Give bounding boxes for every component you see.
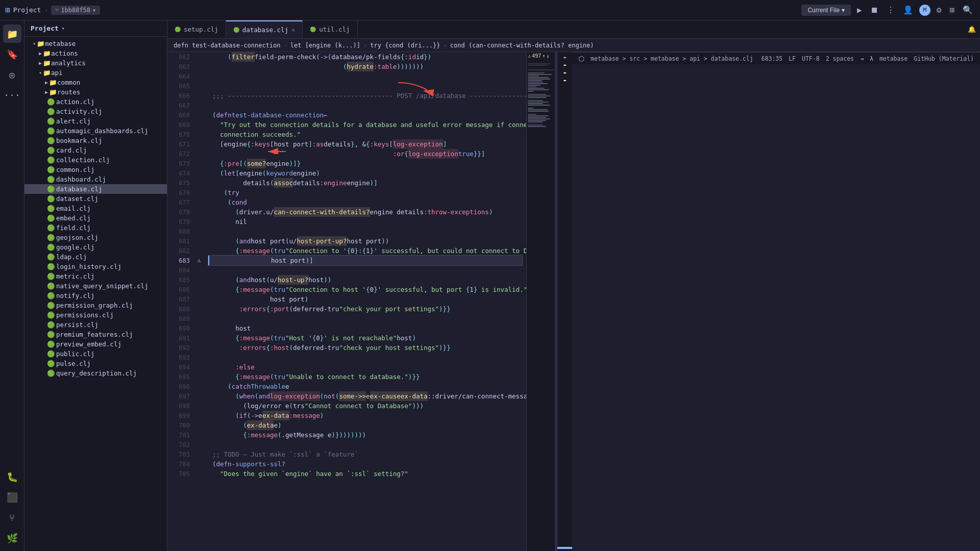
line-num-685: 685 xyxy=(167,275,194,285)
sidebar-item-email-clj[interactable]: 🟢 email.clj xyxy=(24,204,167,213)
sidebar-item-dashboard-clj[interactable]: 🟢 dashboard.clj xyxy=(24,174,167,184)
sidebar-item-public-clj[interactable]: 🟢 public.clj xyxy=(24,349,167,359)
line-num-674: 674 xyxy=(167,168,194,178)
sidebar-item-permissions-clj[interactable]: 🟢 permissions.clj xyxy=(24,310,167,320)
sidebar-item-ldap-clj[interactable]: 🟢 ldap.clj xyxy=(24,252,167,262)
sidebar-item-notify-clj[interactable]: 🟢 notify.clj xyxy=(24,291,167,300)
sidebar-item-native-query-clj[interactable]: 🟢 native_query_snippet.clj xyxy=(24,281,167,291)
extensions-icon[interactable]: ⊞ xyxy=(947,5,957,15)
terminal-icon[interactable]: ⬛ xyxy=(3,488,21,506)
sidebar-item-geojson-clj[interactable]: 🟢 geojson.clj xyxy=(24,233,167,242)
line-num-703: 703 xyxy=(167,449,194,459)
sidebar-item-persist-clj[interactable]: 🟢 persist.clj xyxy=(24,320,167,330)
routes-label: routes xyxy=(57,88,80,96)
user-icon[interactable]: 👤 xyxy=(901,5,915,15)
sidebar-item-collection-clj[interactable]: 🟢 collection.clj xyxy=(24,155,167,165)
top-bar: ⊞ Project › ⑂ 1bb88f58 ▾ Current File ▾ … xyxy=(0,0,980,20)
sidebar-item-premium-features-clj[interactable]: 🟢 premium_features.clj xyxy=(24,330,167,339)
branch-icon[interactable]: 🌿 xyxy=(3,529,21,547)
sidebar-item-preview-embed-clj[interactable]: 🟢 preview_embed.clj xyxy=(24,339,167,349)
sidebar-item-google-clj[interactable]: 🟢 google.clj xyxy=(24,242,167,252)
minimap: ⚠ 497 ↑ ↓ xyxy=(526,52,557,551)
gutter-678 xyxy=(194,207,204,217)
sidebar-item-card-clj[interactable]: 🟢 card.clj xyxy=(24,145,167,155)
gutter-699 xyxy=(194,411,204,420)
avatar-icon[interactable]: M xyxy=(919,5,930,16)
tab-util-clj[interactable]: 🟢 util.clj xyxy=(303,20,357,38)
project-label[interactable]: Project xyxy=(13,6,41,14)
notifications-icon[interactable]: 🔔 xyxy=(964,26,980,33)
code-line-674: (let [engine (keyword engine) xyxy=(208,168,522,178)
line-num-690: 690 xyxy=(167,323,194,333)
github-status[interactable]: GitHub (Material) xyxy=(914,55,974,62)
warning-marker-3: ▬ xyxy=(562,77,567,84)
sidebar-item-analytics[interactable]: ▶ 📁 analytics xyxy=(24,58,167,68)
project-icon: ⊞ xyxy=(5,5,10,15)
dots-icon[interactable]: ··· xyxy=(3,86,21,104)
clj-file-icon: 🟢 xyxy=(47,292,54,299)
code-line-679: nil xyxy=(208,217,522,227)
breadcrumb-part2[interactable]: let [engine (k...)] xyxy=(290,42,360,49)
gutter-679 xyxy=(194,217,204,227)
debug-icon[interactable]: 🐛 xyxy=(3,467,21,486)
sidebar-item-dataset-clj[interactable]: 🟢 dataset.clj xyxy=(24,194,167,204)
sidebar-chevron-icon: ▾ xyxy=(62,26,65,31)
circle-icon[interactable]: ◎ xyxy=(3,65,21,84)
line-num-688: 688 xyxy=(167,304,194,314)
code-line-693 xyxy=(208,353,522,362)
code-line-701: {:message (.getMessage e)}))))))) xyxy=(208,430,522,440)
sidebar-item-field-clj[interactable]: 🟢 field.clj xyxy=(24,223,167,233)
search-icon[interactable]: 🔍 xyxy=(961,5,975,15)
gutter-670 xyxy=(194,130,204,139)
sidebar-item-database-clj[interactable]: 🟢 database.clj xyxy=(24,184,167,194)
sidebar-item-common[interactable]: ▶ 📁 common xyxy=(24,78,167,87)
git-icon[interactable]: ⑂ xyxy=(3,508,21,527)
tab-database-clj[interactable]: 🟢 database.clj × xyxy=(226,20,303,38)
run-icon[interactable]: ▶ xyxy=(855,5,864,15)
current-pos-marker xyxy=(557,547,572,549)
sidebar-item-activity-clj[interactable]: 🟢 activity.clj xyxy=(24,107,167,116)
code-line-689 xyxy=(208,314,522,323)
sidebar-item-metric-clj[interactable]: 🟢 metric.clj xyxy=(24,271,167,281)
sidebar-item-alert-clj[interactable]: 🟢 alert.clj xyxy=(24,116,167,126)
clj-file-icon: 🟢 xyxy=(47,98,54,106)
current-file-button[interactable]: Current File ▾ xyxy=(801,5,851,16)
database-clj-label: database.clj xyxy=(56,185,102,193)
sidebar-item-routes[interactable]: ▶ 📁 routes xyxy=(24,87,167,97)
settings-icon[interactable]: ⚙ xyxy=(935,5,944,15)
sidebar-item-bookmark-clj[interactable]: 🟢 bookmark.clj xyxy=(24,136,167,145)
sidebar-item-common-clj[interactable]: 🟢 common.clj xyxy=(24,165,167,174)
explorer-icon[interactable]: 📁 xyxy=(3,24,21,43)
branch-name[interactable]: ⑂ 1bb88f58 ▾ xyxy=(51,6,100,15)
breadcrumb-part4[interactable]: cond (can-connect-with-details? engine) xyxy=(450,42,594,49)
sidebar-item-permission-graph-clj[interactable]: 🟢 permission_graph.clj xyxy=(24,300,167,310)
gutter-700 xyxy=(194,420,204,430)
sidebar-item-actions[interactable]: ▶ 📁 actions xyxy=(24,48,167,58)
line-gutter: 662 663 664 665 666 667 668 669 670 671 … xyxy=(167,52,194,551)
breadcrumb-part1[interactable]: defn test-database-connection xyxy=(174,42,281,49)
line-num-664: 664 xyxy=(167,71,194,81)
breadcrumb-part3[interactable]: try {cond (dri...}} xyxy=(370,42,440,49)
sidebar-item-action-clj[interactable]: 🟢 action.clj xyxy=(24,97,167,107)
minimap-scrollbar[interactable] xyxy=(555,52,557,551)
tab-setup-clj[interactable]: 🟢 setup.clj xyxy=(167,20,226,38)
line-num-705: 705 xyxy=(167,469,194,479)
tree-root[interactable]: ▾ 📁 metabase xyxy=(24,39,167,48)
sidebar-item-pulse-clj[interactable]: 🟢 pulse.clj xyxy=(24,359,167,368)
sidebar-item-login-history-clj[interactable]: 🟢 login_history.clj xyxy=(24,262,167,271)
line-num-670: 670 xyxy=(167,130,194,139)
clj-file-icon: 🟢 xyxy=(47,350,54,358)
bookmark-activity-icon[interactable]: 🔖 xyxy=(3,45,21,63)
sidebar-item-embed-clj[interactable]: 🟢 embed.clj xyxy=(24,213,167,223)
gutter-675 xyxy=(194,178,204,188)
sidebar-item-api[interactable]: ▾ 📁 api xyxy=(24,68,167,78)
sidebar-item-automagic[interactable]: 🟢 automagic_dashboards.clj xyxy=(24,126,167,136)
git-branch-status[interactable]: metabase xyxy=(879,55,908,62)
more-icon[interactable]: ⋮ xyxy=(885,5,897,15)
line-num-681: 681 xyxy=(167,236,194,246)
editor-area: 🟢 setup.clj 🟢 database.clj × 🟢 util.clj … xyxy=(167,20,980,551)
sidebar-item-query-description-clj[interactable]: 🟢 query_description.clj xyxy=(24,368,167,378)
stop-icon[interactable]: ⏹ xyxy=(868,5,880,15)
preview-embed-clj-label: preview_embed.clj xyxy=(56,340,121,348)
tab-close-icon[interactable]: × xyxy=(291,27,295,34)
